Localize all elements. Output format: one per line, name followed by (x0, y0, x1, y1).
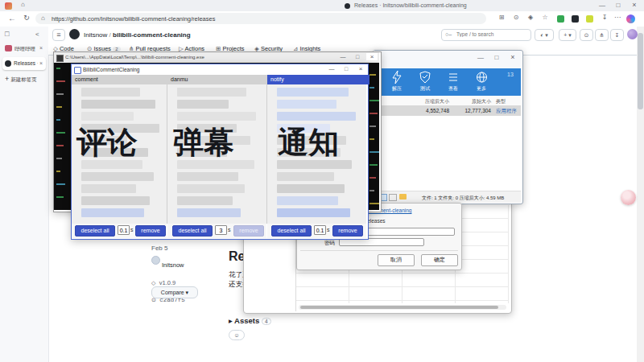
breadcrumb-repo[interactable]: bilibili-comment-cleaning (113, 31, 190, 39)
hamburger-menu-icon[interactable]: ≡ (52, 29, 65, 41)
floating-assistant-widget[interactable] (621, 190, 636, 205)
console-minimize-button[interactable]: — (337, 54, 349, 60)
github-search[interactable]: ○– (441, 29, 531, 41)
browser-tab-bilibili[interactable]: 哔哩哔哩 × (2, 43, 46, 55)
more-menu-icon[interactable]: ⋯ (612, 14, 623, 21)
site-info-icon[interactable]: ⌂ (41, 14, 45, 22)
list-item[interactable] (177, 196, 233, 205)
danmu-column-header[interactable]: danmu (167, 75, 270, 84)
new-tab-button[interactable]: + 新建标签页 (5, 75, 37, 84)
create-new-icon[interactable]: + ▾ (559, 29, 576, 41)
cleaner-close-button[interactable]: × (355, 65, 366, 72)
inbox-icon[interactable]: ↧ (610, 29, 624, 41)
list-item[interactable] (81, 184, 136, 193)
browser-tab-title[interactable]: Releases · Initsnow/bilibili-comment-cle… (354, 2, 467, 8)
breadcrumb-owner[interactable]: Initsnow (84, 31, 107, 39)
zip-minimize-button[interactable]: — (475, 54, 486, 61)
extension-icon-dark[interactable] (572, 15, 579, 23)
tab-close-icon[interactable]: × (39, 45, 43, 51)
extract-tool[interactable]: 解压 (386, 71, 407, 93)
window-minimize-button[interactable]: — (596, 2, 609, 9)
comment-column-header[interactable]: comment (72, 75, 170, 84)
list-item[interactable] (277, 196, 338, 205)
list-item[interactable] (81, 172, 154, 181)
remove-button[interactable]: remove (135, 225, 166, 237)
view-grid-icon[interactable] (389, 194, 397, 201)
avatar[interactable] (627, 29, 638, 39)
deselect-all-button[interactable]: deselect all (75, 225, 115, 237)
ok-button[interactable]: 确定 (421, 254, 458, 266)
assets-section[interactable]: ▸ Assets 4 (229, 316, 271, 325)
cleaner-titlebar[interactable]: BilibiliCommentCleaning — □ × (72, 64, 366, 76)
list-item[interactable] (277, 88, 349, 97)
list-item[interactable] (177, 88, 246, 97)
list-item[interactable] (277, 112, 356, 121)
tab-close-icon[interactable]: × (39, 60, 43, 66)
zip-file-row-selected[interactable]: 4,552,748 12,777,304 应用程序 (374, 105, 521, 116)
notify-column-header[interactable]: notify (267, 75, 369, 84)
url-bar[interactable]: ⌂ https://github.com/Initsnow/bilibili-c… (35, 13, 486, 24)
copilot-menu-icon[interactable]: ◐ ▾ (535, 29, 554, 41)
test-tool[interactable]: 测试 (415, 71, 436, 93)
col-original-size[interactable]: 原始大小 (454, 98, 491, 105)
list-item[interactable] (81, 196, 150, 205)
list-item[interactable] (177, 112, 256, 121)
tab-list-icon[interactable]: □ (5, 30, 9, 38)
console-close-button[interactable]: × (366, 53, 378, 60)
split-screen-icon[interactable]: ⊞ (496, 14, 507, 21)
list-item[interactable] (81, 208, 144, 217)
release-author[interactable]: Initsnow (162, 261, 184, 269)
col-type[interactable]: 类型 (496, 98, 506, 105)
favorite-star-icon[interactable]: ☆ (539, 14, 551, 21)
github-logo[interactable] (69, 29, 80, 39)
page-scrollbar[interactable] (637, 27, 644, 362)
delay-input[interactable] (314, 225, 326, 235)
zip-close-button[interactable]: × (507, 53, 518, 61)
compare-button[interactable]: Compare ▾ (151, 286, 198, 298)
list-item[interactable] (177, 100, 229, 109)
extension-icon-lime[interactable] (586, 15, 593, 23)
search-input[interactable] (455, 31, 529, 38)
zip-maximize-button[interactable]: □ (491, 54, 502, 61)
list-item[interactable] (277, 184, 345, 193)
folder-icon[interactable] (399, 194, 407, 200)
more-tool[interactable]: 更多 (471, 71, 492, 93)
url-text[interactable]: https://github.com/Initsnow/bilibili-com… (52, 15, 215, 23)
translate-icon[interactable]: ⊙ (510, 14, 522, 21)
sidebar-collapse-icon[interactable]: < (35, 31, 39, 38)
list-item[interactable] (81, 100, 155, 109)
cleaner-minimize-button[interactable]: — (326, 66, 337, 72)
tab-actions-icon[interactable]: ⌂ (21, 1, 25, 8)
list-item[interactable] (177, 184, 245, 193)
list-item[interactable] (81, 112, 134, 121)
deselect-all-button[interactable]: deselect all (271, 225, 312, 237)
deselect-all-button[interactable]: deselect all (172, 225, 213, 237)
list-item[interactable] (277, 100, 336, 109)
browser-tab-releases-active[interactable]: Releases · Init × (2, 57, 46, 70)
window-maximize-button[interactable]: □ (612, 2, 625, 9)
downloads-icon[interactable]: ↧ (599, 14, 610, 21)
cleaner-maximize-button[interactable]: □ (341, 66, 352, 72)
zip-list-area[interactable] (374, 116, 521, 191)
window-close-button[interactable]: × (628, 1, 641, 9)
console-titlebar[interactable]: C:\Users\...\AppData\Local\Temp\...\bili… (54, 52, 379, 63)
workspace-icon[interactable] (5, 2, 12, 10)
reaction-button[interactable]: ☺ (229, 330, 245, 340)
list-tool[interactable]: 查看 (443, 71, 464, 93)
grid-hscrollbar[interactable] (299, 305, 506, 310)
delay-input[interactable] (118, 225, 130, 235)
list-item[interactable] (177, 208, 241, 217)
pull-requests-icon[interactable]: ⋔ (595, 29, 609, 41)
scrollbar-thumb[interactable] (638, 33, 643, 109)
zip-titlebar[interactable]: — □ × (374, 51, 521, 68)
issues-icon[interactable]: ⊙ (580, 29, 593, 41)
remove-button-disabled[interactable]: remove (233, 225, 264, 237)
copilot-icon[interactable] (626, 14, 635, 23)
collections-icon[interactable]: ◈ (525, 14, 536, 21)
cancel-button[interactable]: 取消 (378, 254, 415, 266)
extension-icon-green[interactable] (557, 15, 564, 23)
console-maximize-button[interactable]: □ (352, 54, 363, 60)
col-compressed-size[interactable]: 压缩后大小 (414, 98, 449, 105)
list-item[interactable] (177, 172, 238, 181)
remove-button[interactable]: remove (332, 225, 363, 237)
